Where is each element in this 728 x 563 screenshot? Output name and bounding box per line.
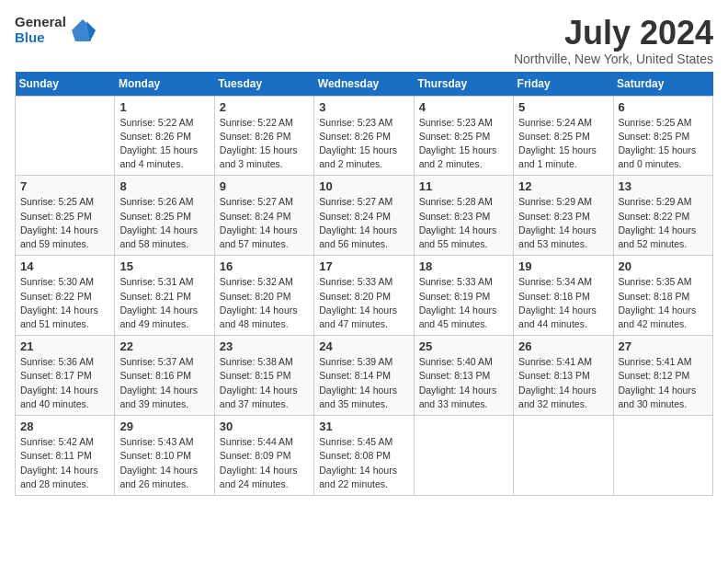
calendar-cell bbox=[16, 96, 115, 176]
day-number: 23 bbox=[220, 339, 309, 353]
calendar-week-row: 1Sunrise: 5:22 AMSunset: 8:26 PMDaylight… bbox=[16, 96, 713, 176]
day-number: 29 bbox=[119, 419, 209, 433]
calendar-cell: 5Sunrise: 5:24 AMSunset: 8:25 PMDaylight… bbox=[514, 96, 613, 176]
calendar-cell: 25Sunrise: 5:40 AMSunset: 8:13 PMDayligh… bbox=[414, 336, 513, 416]
day-number: 21 bbox=[20, 339, 109, 353]
day-number: 14 bbox=[20, 259, 109, 273]
logo-icon bbox=[70, 17, 96, 43]
cell-sun-info: Sunrise: 5:24 AMSunset: 8:25 PMDaylight:… bbox=[518, 116, 608, 172]
day-number: 26 bbox=[518, 339, 608, 353]
day-number: 30 bbox=[220, 419, 309, 433]
calendar-cell: 29Sunrise: 5:43 AMSunset: 8:10 PMDayligh… bbox=[115, 416, 214, 496]
calendar-cell: 4Sunrise: 5:23 AMSunset: 8:25 PMDaylight… bbox=[414, 96, 513, 176]
weekday-header-monday: Monday bbox=[115, 72, 214, 97]
calendar-cell: 19Sunrise: 5:34 AMSunset: 8:18 PMDayligh… bbox=[514, 256, 613, 336]
logo-blue-text: Blue bbox=[15, 30, 66, 46]
day-number: 3 bbox=[319, 100, 408, 114]
cell-sun-info: Sunrise: 5:22 AMSunset: 8:26 PMDaylight:… bbox=[220, 116, 309, 172]
calendar-cell: 16Sunrise: 5:32 AMSunset: 8:20 PMDayligh… bbox=[214, 256, 313, 336]
day-number: 12 bbox=[518, 179, 608, 193]
calendar-cell: 21Sunrise: 5:36 AMSunset: 8:17 PMDayligh… bbox=[16, 336, 115, 416]
cell-sun-info: Sunrise: 5:27 AMSunset: 8:24 PMDaylight:… bbox=[220, 195, 309, 251]
cell-sun-info: Sunrise: 5:31 AMSunset: 8:21 PMDaylight:… bbox=[119, 275, 209, 331]
weekday-header-tuesday: Tuesday bbox=[214, 72, 313, 97]
day-number: 22 bbox=[119, 339, 209, 353]
title-block: July 2024 Northville, New York, United S… bbox=[514, 15, 713, 66]
calendar-cell: 30Sunrise: 5:44 AMSunset: 8:09 PMDayligh… bbox=[214, 416, 313, 496]
cell-sun-info: Sunrise: 5:45 AMSunset: 8:08 PMDaylight:… bbox=[319, 435, 408, 491]
cell-sun-info: Sunrise: 5:38 AMSunset: 8:15 PMDaylight:… bbox=[220, 355, 309, 411]
calendar-cell: 2Sunrise: 5:22 AMSunset: 8:26 PMDaylight… bbox=[214, 96, 313, 176]
day-number: 13 bbox=[619, 179, 708, 193]
calendar-cell: 20Sunrise: 5:35 AMSunset: 8:18 PMDayligh… bbox=[613, 256, 712, 336]
day-number: 19 bbox=[518, 259, 608, 273]
logo: General Blue bbox=[15, 15, 96, 45]
day-number: 27 bbox=[619, 339, 708, 353]
day-number: 10 bbox=[319, 179, 408, 193]
weekday-header-saturday: Saturday bbox=[613, 72, 712, 97]
calendar-week-row: 28Sunrise: 5:42 AMSunset: 8:11 PMDayligh… bbox=[16, 416, 713, 496]
month-title: July 2024 bbox=[514, 15, 713, 52]
calendar-table: SundayMondayTuesdayWednesdayThursdayFrid… bbox=[15, 72, 713, 496]
day-number: 31 bbox=[319, 419, 408, 433]
calendar-cell: 1Sunrise: 5:22 AMSunset: 8:26 PMDaylight… bbox=[115, 96, 214, 176]
weekday-header-wednesday: Wednesday bbox=[314, 72, 414, 97]
day-number: 24 bbox=[319, 339, 408, 353]
day-number: 20 bbox=[619, 259, 708, 273]
calendar-cell: 8Sunrise: 5:26 AMSunset: 8:25 PMDaylight… bbox=[115, 176, 214, 256]
weekday-header-thursday: Thursday bbox=[414, 72, 513, 97]
cell-sun-info: Sunrise: 5:22 AMSunset: 8:26 PMDaylight:… bbox=[119, 116, 209, 172]
cell-sun-info: Sunrise: 5:35 AMSunset: 8:18 PMDaylight:… bbox=[619, 275, 708, 331]
cell-sun-info: Sunrise: 5:27 AMSunset: 8:24 PMDaylight:… bbox=[319, 195, 408, 251]
day-number: 17 bbox=[319, 259, 408, 273]
day-number: 9 bbox=[220, 179, 309, 193]
day-number: 28 bbox=[20, 419, 109, 433]
cell-sun-info: Sunrise: 5:44 AMSunset: 8:09 PMDaylight:… bbox=[220, 435, 309, 491]
calendar-week-row: 21Sunrise: 5:36 AMSunset: 8:17 PMDayligh… bbox=[16, 336, 713, 416]
calendar-week-row: 7Sunrise: 5:25 AMSunset: 8:25 PMDaylight… bbox=[16, 176, 713, 256]
location-text: Northville, New York, United States bbox=[514, 52, 713, 66]
day-number: 2 bbox=[220, 100, 309, 114]
calendar-cell: 11Sunrise: 5:28 AMSunset: 8:23 PMDayligh… bbox=[414, 176, 513, 256]
calendar-cell bbox=[414, 416, 513, 496]
day-number: 16 bbox=[220, 259, 309, 273]
calendar-cell: 9Sunrise: 5:27 AMSunset: 8:24 PMDaylight… bbox=[214, 176, 313, 256]
cell-sun-info: Sunrise: 5:41 AMSunset: 8:13 PMDaylight:… bbox=[518, 355, 608, 411]
calendar-cell: 15Sunrise: 5:31 AMSunset: 8:21 PMDayligh… bbox=[115, 256, 214, 336]
calendar-cell: 10Sunrise: 5:27 AMSunset: 8:24 PMDayligh… bbox=[314, 176, 414, 256]
weekday-header-sunday: Sunday bbox=[16, 72, 115, 97]
weekday-header-row: SundayMondayTuesdayWednesdayThursdayFrid… bbox=[16, 72, 713, 97]
logo-general-text: General bbox=[15, 15, 66, 30]
cell-sun-info: Sunrise: 5:33 AMSunset: 8:20 PMDaylight:… bbox=[319, 275, 408, 331]
cell-sun-info: Sunrise: 5:42 AMSunset: 8:11 PMDaylight:… bbox=[20, 435, 109, 491]
day-number: 7 bbox=[20, 179, 109, 193]
day-number: 25 bbox=[419, 339, 508, 353]
cell-sun-info: Sunrise: 5:34 AMSunset: 8:18 PMDaylight:… bbox=[518, 275, 608, 331]
cell-sun-info: Sunrise: 5:28 AMSunset: 8:23 PMDaylight:… bbox=[419, 195, 508, 251]
calendar-cell: 13Sunrise: 5:29 AMSunset: 8:22 PMDayligh… bbox=[613, 176, 712, 256]
calendar-cell: 18Sunrise: 5:33 AMSunset: 8:19 PMDayligh… bbox=[414, 256, 513, 336]
day-number: 1 bbox=[119, 100, 209, 114]
calendar-cell: 17Sunrise: 5:33 AMSunset: 8:20 PMDayligh… bbox=[314, 256, 414, 336]
cell-sun-info: Sunrise: 5:30 AMSunset: 8:22 PMDaylight:… bbox=[20, 275, 109, 331]
calendar-cell: 26Sunrise: 5:41 AMSunset: 8:13 PMDayligh… bbox=[514, 336, 613, 416]
day-number: 15 bbox=[119, 259, 209, 273]
calendar-cell: 22Sunrise: 5:37 AMSunset: 8:16 PMDayligh… bbox=[115, 336, 214, 416]
day-number: 8 bbox=[119, 179, 209, 193]
calendar-cell bbox=[514, 416, 613, 496]
cell-sun-info: Sunrise: 5:23 AMSunset: 8:26 PMDaylight:… bbox=[319, 116, 408, 172]
weekday-header-friday: Friday bbox=[514, 72, 613, 97]
calendar-cell: 23Sunrise: 5:38 AMSunset: 8:15 PMDayligh… bbox=[214, 336, 313, 416]
cell-sun-info: Sunrise: 5:36 AMSunset: 8:17 PMDaylight:… bbox=[20, 355, 109, 411]
calendar-cell: 28Sunrise: 5:42 AMSunset: 8:11 PMDayligh… bbox=[16, 416, 115, 496]
cell-sun-info: Sunrise: 5:29 AMSunset: 8:22 PMDaylight:… bbox=[619, 195, 708, 251]
cell-sun-info: Sunrise: 5:37 AMSunset: 8:16 PMDaylight:… bbox=[119, 355, 209, 411]
cell-sun-info: Sunrise: 5:25 AMSunset: 8:25 PMDaylight:… bbox=[20, 195, 109, 251]
calendar-cell bbox=[613, 416, 712, 496]
calendar-cell: 12Sunrise: 5:29 AMSunset: 8:23 PMDayligh… bbox=[514, 176, 613, 256]
calendar-cell: 27Sunrise: 5:41 AMSunset: 8:12 PMDayligh… bbox=[613, 336, 712, 416]
calendar-cell: 7Sunrise: 5:25 AMSunset: 8:25 PMDaylight… bbox=[16, 176, 115, 256]
cell-sun-info: Sunrise: 5:33 AMSunset: 8:19 PMDaylight:… bbox=[419, 275, 508, 331]
cell-sun-info: Sunrise: 5:41 AMSunset: 8:12 PMDaylight:… bbox=[619, 355, 708, 411]
day-number: 11 bbox=[419, 179, 508, 193]
